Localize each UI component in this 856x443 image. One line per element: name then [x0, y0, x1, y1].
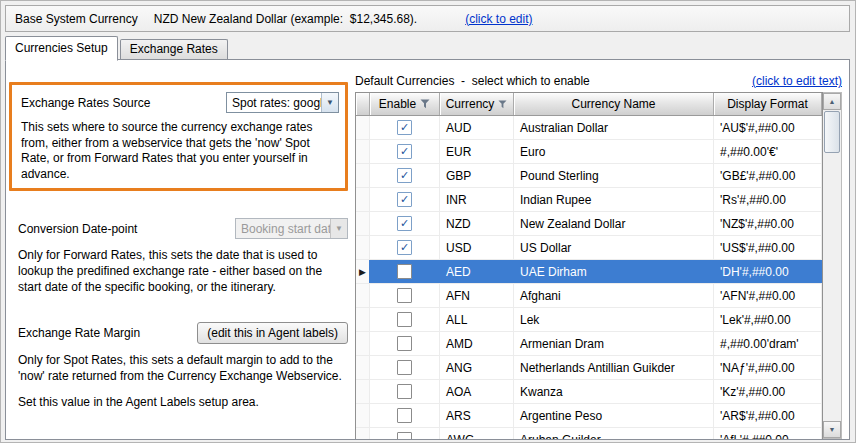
currency-code-cell: AMD	[440, 332, 514, 355]
enable-checkbox[interactable]	[397, 408, 412, 423]
currency-name-cell: Indian Rupee	[514, 188, 714, 211]
exchange-rate-margin-label: Exchange Rate Margin	[18, 326, 140, 340]
base-currency-edit-link[interactable]: (click to edit)	[465, 12, 532, 26]
display-format-cell: #,##0.00'€'	[714, 140, 822, 163]
currency-row[interactable]: AOAKwanza'Kz'#,##0.00	[356, 380, 822, 404]
currency-code-cell: NZD	[440, 212, 514, 235]
currency-row[interactable]: ✓EUREuro#,##0.00'€'	[356, 140, 822, 164]
enable-cell[interactable]: ✓	[370, 116, 440, 139]
chevron-down-icon[interactable]: ▼	[321, 93, 338, 112]
row-marker-cell	[356, 356, 370, 379]
enable-cell[interactable]: ✓	[370, 212, 440, 235]
scroll-up-button[interactable]: ▲	[823, 93, 841, 110]
currency-name-cell: Euro	[514, 140, 714, 163]
row-marker-cell	[356, 404, 370, 427]
row-marker-cell	[356, 164, 370, 187]
row-marker-cell	[356, 308, 370, 331]
currency-row[interactable]: ✓AUDAustralian Dollar'AU$'#,##0.00	[356, 116, 822, 140]
filter-icon[interactable]	[420, 99, 430, 109]
enable-checkbox[interactable]: ✓	[397, 240, 412, 255]
currency-row[interactable]: ANGNetherlands Antillian Guikder'NAƒ'#,#…	[356, 356, 822, 380]
currency-row[interactable]: AMDArmenian Dram#,##0.00'dram'	[356, 332, 822, 356]
enable-cell[interactable]	[370, 380, 440, 403]
enable-cell[interactable]: ✓	[370, 188, 440, 211]
vertical-scrollbar[interactable]: ▲ ▼	[823, 92, 842, 439]
enable-cell[interactable]	[370, 356, 440, 379]
exchange-rates-source-description: This sets where to source the currency e…	[21, 120, 339, 182]
conversion-datepoint-row: Conversion Date-point Booking start date…	[18, 218, 348, 239]
conversion-datepoint-description: Only for Forward Rates, this sets the da…	[18, 248, 348, 295]
enable-checkbox[interactable]	[397, 432, 412, 439]
enable-cell[interactable]: ✓	[370, 140, 440, 163]
enable-checkbox[interactable]: ✓	[397, 144, 412, 159]
currency-row[interactable]: AWGAruban Guilder'Afl.'#,##0.00	[356, 428, 822, 439]
enable-checkbox[interactable]: ✓	[397, 168, 412, 183]
exchange-rate-margin-description: Only for Spot Rates, this sets a default…	[18, 353, 348, 384]
currency-name-cell: Netherlands Antillian Guikder	[514, 356, 714, 379]
enable-cell[interactable]	[370, 404, 440, 427]
enable-cell[interactable]	[370, 308, 440, 331]
tab-currencies-setup[interactable]: Currencies Setup	[5, 36, 118, 61]
currency-name-cell: Lek	[514, 308, 714, 331]
display-format-cell: 'DH'#,##0.00	[714, 260, 822, 283]
enable-cell[interactable]	[370, 332, 440, 355]
base-currency-value: NZD New Zealand Dollar (example: $12,345…	[154, 12, 417, 26]
currency-row[interactable]: ALLLek'Lek'#,##0.00	[356, 308, 822, 332]
conversion-datepoint-value: Booking start date	[236, 222, 330, 236]
currency-table-rows: ✓AUDAustralian Dollar'AU$'#,##0.00✓EUREu…	[356, 116, 822, 439]
currency-row[interactable]: ✓GBPPound Sterling'GB£'#,##0.00	[356, 164, 822, 188]
display-format-cell: #,##0.00'dram'	[714, 332, 822, 355]
enable-column-label: Enable	[379, 97, 416, 111]
row-marker-cell	[356, 284, 370, 307]
currency-row[interactable]: AFNAfghani'AFN'#,##0.00	[356, 284, 822, 308]
row-marker-cell	[356, 332, 370, 355]
exchange-rate-margin-row: Exchange Rate Margin (edit this in Agent…	[18, 322, 348, 344]
exchange-rates-source-select[interactable]: Spot rates: google ▼	[226, 92, 339, 113]
edit-in-agent-labels-button[interactable]: (edit this in Agent labels)	[197, 322, 348, 344]
base-currency-panel: Base System Currency NZD New Zealand Dol…	[5, 5, 850, 32]
currency-row[interactable]: ✓NZDNew Zealand Dollar'NZ$'#,##0.00	[356, 212, 822, 236]
enable-checkbox[interactable]: ✓	[397, 216, 412, 231]
enable-checkbox[interactable]	[397, 384, 412, 399]
display-format-cell: 'Rs'#,##0.00	[714, 188, 822, 211]
enable-checkbox[interactable]	[397, 288, 412, 303]
enable-column-header[interactable]: Enable	[370, 93, 440, 115]
currency-name-cell: Pound Sterling	[514, 164, 714, 187]
currency-code-cell: ANG	[440, 356, 514, 379]
enable-cell[interactable]	[370, 428, 440, 439]
currency-code-cell: AFN	[440, 284, 514, 307]
enable-cell[interactable]	[370, 260, 440, 283]
currency-column-header[interactable]: Currency	[440, 93, 514, 115]
currency-code-cell: AED	[440, 260, 514, 283]
currency-name-column-header[interactable]: Currency Name	[514, 93, 714, 115]
scroll-down-button[interactable]: ▼	[823, 421, 841, 438]
display-format-column-header[interactable]: Display Format	[714, 93, 822, 115]
enable-cell[interactable]	[370, 284, 440, 307]
enable-checkbox[interactable]	[397, 336, 412, 351]
enable-checkbox[interactable]	[397, 264, 412, 279]
display-format-cell: 'US$'#,##0.00	[714, 236, 822, 259]
conversion-datepoint-label: Conversion Date-point	[18, 222, 137, 236]
enable-checkbox[interactable]: ✓	[397, 120, 412, 135]
enable-cell[interactable]: ✓	[370, 236, 440, 259]
exchange-rates-source-row: Exchange Rates Source Spot rates: google…	[21, 92, 339, 113]
enable-cell[interactable]: ✓	[370, 164, 440, 187]
row-marker-cell	[356, 116, 370, 139]
currency-row[interactable]: ARSArgentine Peso'AR$'#,##0.00	[356, 404, 822, 428]
enable-checkbox[interactable]: ✓	[397, 192, 412, 207]
edit-text-link[interactable]: (click to edit text)	[752, 74, 842, 88]
currency-row[interactable]: ✓INRIndian Rupee'Rs'#,##0.00	[356, 188, 822, 212]
currency-code-cell: ALL	[440, 308, 514, 331]
enable-checkbox[interactable]	[397, 360, 412, 375]
row-marker-cell: ▶	[356, 260, 370, 283]
currency-name-cell: New Zealand Dollar	[514, 212, 714, 235]
enable-checkbox[interactable]	[397, 312, 412, 327]
tab-bar: Currencies Setup Exchange Rates	[5, 36, 230, 60]
currency-row[interactable]: ▶AEDUAE Dirham'DH'#,##0.00	[356, 260, 822, 284]
currency-row[interactable]: ✓USDUS Dollar'US$'#,##0.00	[356, 236, 822, 260]
display-format-cell: 'Kz'#,##0.00	[714, 380, 822, 403]
scrollbar-thumb[interactable]	[824, 111, 840, 153]
filter-icon[interactable]	[498, 100, 507, 109]
current-row-arrow-icon: ▶	[359, 267, 366, 277]
tab-exchange-rates[interactable]: Exchange Rates	[120, 39, 228, 59]
